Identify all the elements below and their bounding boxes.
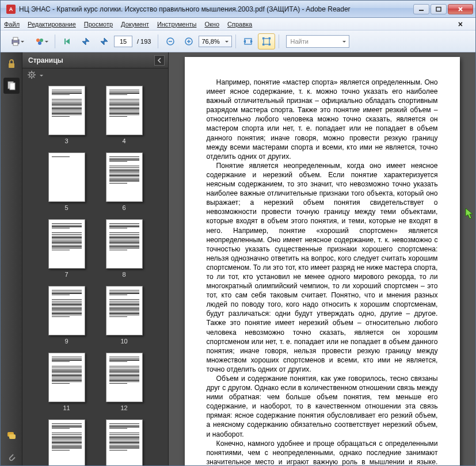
panel-toolbar xyxy=(22,68,168,83)
pages-panel: Страницы 345678910111213141516 xyxy=(22,52,169,465)
maximize-button[interactable] xyxy=(431,4,447,14)
panel-options-button[interactable] xyxy=(27,70,39,82)
paragraph: Например, понятие «мастер спорта» являет… xyxy=(207,78,438,161)
thumbnail[interactable] xyxy=(106,353,143,402)
svg-point-24 xyxy=(31,74,33,76)
menu-tools[interactable]: Инструменты xyxy=(157,21,197,28)
svg-rect-22 xyxy=(9,434,16,439)
page-number-input[interactable] xyxy=(114,36,132,47)
search-input[interactable]: Найти xyxy=(286,35,349,48)
menubar: Файл Редактирование Просмотр Документ Ин… xyxy=(1,18,475,30)
page-total: / 193 xyxy=(137,38,151,45)
thumbnail[interactable] xyxy=(106,419,143,465)
collapse-panel-button[interactable] xyxy=(154,55,165,66)
svg-line-31 xyxy=(29,77,30,78)
zoom-out-button[interactable] xyxy=(162,33,179,49)
thumbnail-number: 12 xyxy=(120,404,127,411)
svg-rect-10 xyxy=(64,39,66,44)
collab-button[interactable] xyxy=(28,33,51,49)
zoom-select[interactable]: 76,8% xyxy=(199,36,232,47)
thumbnail-number: 9 xyxy=(64,338,68,345)
thumbnail[interactable] xyxy=(106,219,143,269)
svg-line-30 xyxy=(34,77,35,78)
thumbnail-number: 8 xyxy=(122,271,125,278)
document-viewport[interactable]: Например, понятие «мастер спорта» являет… xyxy=(169,52,475,465)
fit-width-button[interactable] xyxy=(239,33,257,49)
thumbnail[interactable] xyxy=(48,86,85,135)
menu-close-doc[interactable]: × xyxy=(458,20,463,29)
attachments-icon[interactable] xyxy=(3,449,20,465)
menu-document[interactable]: Документ xyxy=(121,21,149,28)
svg-line-32 xyxy=(34,72,35,73)
thumbnail-number: 4 xyxy=(122,137,125,144)
svg-point-8 xyxy=(40,39,43,42)
svg-line-29 xyxy=(29,72,30,73)
thumbnail[interactable] xyxy=(48,219,85,269)
paragraph: Конечно, намного удобнее и проще обращат… xyxy=(207,439,438,465)
panel-header: Страницы xyxy=(22,52,168,68)
thumbnail[interactable] xyxy=(48,152,85,202)
thumbnail-number: 5 xyxy=(64,204,68,211)
thumbnail[interactable] xyxy=(106,286,143,335)
titlebar[interactable]: A НЦ ЭНАС - Краткий курс логики. Искусст… xyxy=(1,1,475,18)
panel-title: Страницы xyxy=(28,56,63,64)
menu-window[interactable]: Окно xyxy=(204,21,219,28)
lock-icon[interactable] xyxy=(3,56,20,72)
nav-rail xyxy=(1,52,22,465)
thumbnail[interactable] xyxy=(48,353,85,402)
svg-rect-6 xyxy=(13,43,18,45)
thumbnail[interactable] xyxy=(48,419,85,465)
first-page-button[interactable] xyxy=(59,33,76,49)
next-page-button[interactable] xyxy=(96,33,113,49)
separator xyxy=(235,35,236,48)
svg-point-7 xyxy=(36,39,40,42)
fit-page-button[interactable] xyxy=(258,33,275,49)
pages-panel-button[interactable] xyxy=(3,78,20,94)
zoom-in-button[interactable] xyxy=(180,33,197,49)
thumbnail[interactable] xyxy=(106,86,143,135)
body-area: Страницы 345678910111213141516 Например,… xyxy=(1,52,475,465)
thumbnails-list[interactable]: 345678910111213141516 xyxy=(22,83,168,465)
svg-rect-5 xyxy=(13,37,18,40)
svg-rect-18 xyxy=(9,63,14,68)
menu-file[interactable]: Файл xyxy=(4,21,20,28)
window-title: НЦ ЭНАС - Краткий курс логики. Искусство… xyxy=(19,5,413,13)
prev-page-button[interactable] xyxy=(77,33,94,49)
svg-rect-20 xyxy=(10,83,15,90)
menu-view[interactable]: Просмотр xyxy=(84,21,113,28)
menu-edit[interactable]: Редактирование xyxy=(28,21,76,28)
paragraph: Объем и содержание понятия, как уже гово… xyxy=(207,374,438,439)
thumbnail-number: 11 xyxy=(63,404,70,411)
comments-icon[interactable] xyxy=(3,427,20,444)
thumbnail[interactable] xyxy=(48,286,85,335)
thumbnail-number: 7 xyxy=(64,271,68,278)
thumbnail-number: 6 xyxy=(122,204,125,211)
svg-rect-17 xyxy=(264,39,269,44)
toolbar: / 193 76,8% Найти xyxy=(1,30,475,52)
paragraph: Понятие является неопределенным, когда о… xyxy=(207,161,438,374)
menu-help[interactable]: Справка xyxy=(227,21,252,28)
app-icon: A xyxy=(6,5,16,14)
separator xyxy=(279,35,279,48)
svg-point-9 xyxy=(38,41,41,45)
thumbnail-number: 10 xyxy=(120,338,127,345)
close-button[interactable] xyxy=(448,4,473,14)
svg-rect-1 xyxy=(436,7,441,11)
minimize-button[interactable] xyxy=(413,4,429,14)
separator xyxy=(158,35,158,48)
thumbnail[interactable] xyxy=(106,152,143,202)
thumbnail-number: 3 xyxy=(64,137,68,144)
separator xyxy=(55,35,55,48)
document-page: Например, понятие «мастер спорта» являет… xyxy=(185,57,460,465)
app-window: A НЦ ЭНАС - Краткий курс логики. Искусст… xyxy=(0,0,476,466)
print-button[interactable] xyxy=(4,33,27,49)
